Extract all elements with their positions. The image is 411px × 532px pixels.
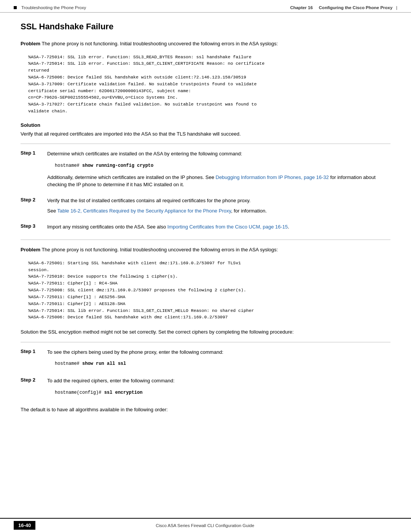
step2a-container: Step 1 To see the ciphers being used by …	[21, 348, 390, 372]
default-order-text: The default is to have all algorithms av…	[21, 406, 390, 414]
step2a-command: hostname# show run all ssl	[47, 359, 390, 369]
step2b-content: To add the required ciphers, enter the f…	[47, 377, 390, 401]
step1-additional-text: Additionally, determine which certificat…	[47, 174, 216, 180]
step3-container: Step 3 Import any missing certificates o…	[21, 223, 390, 234]
code1-pre: %ASA-7-725014: SSL lib error. Function: …	[28, 54, 383, 115]
step1-label: Step 1	[21, 150, 47, 156]
problem2-block: Problem The phone proxy is not functioni…	[21, 246, 390, 323]
step2a-cmd-pre: hostname#	[55, 361, 82, 366]
step2b-container: Step 2 To add the required ciphers, ente…	[21, 377, 390, 401]
step3-link[interactable]: Importing Certificates from the Cisco UC…	[167, 224, 288, 230]
step2-link[interactable]: Table 16-2, Certificates Required by the…	[57, 208, 231, 214]
solution1-label: Solution	[21, 122, 390, 128]
step2-after: , for information.	[231, 208, 267, 214]
step2-label: Step 2	[21, 197, 47, 203]
header-left: Troubleshooting the Phone Proxy	[14, 5, 86, 10]
step2b-text: To add the required ciphers, enter the f…	[47, 377, 390, 385]
step1-command: hostname# show running-config crypto	[47, 161, 390, 171]
step1-container: Step 1 Determine which certificates are …	[21, 150, 390, 192]
problem2-label: Problem	[21, 247, 40, 252]
step2b-cmd-bold: ssl encryption	[104, 390, 143, 395]
code2-pre: %ASA-6-725001: Starting SSL handshake wi…	[28, 260, 383, 321]
problem1-text: Problem The phone proxy is not functioni…	[21, 40, 390, 48]
step1-link1[interactable]: Debugging Information from IP Phones, pa…	[216, 174, 329, 180]
nav-icon	[14, 6, 17, 9]
problem1-body: The phone proxy is not functioning. Init…	[40, 41, 278, 46]
solution2-body: the SSL encryption method might not be s…	[38, 329, 294, 335]
solution2-text: Solution the SSL encryption method might…	[21, 328, 390, 336]
step2a-text: To see the ciphers being used by the pho…	[47, 348, 390, 356]
problem1-label: Problem	[21, 41, 40, 46]
solution2-label: Solution	[21, 329, 38, 335]
step2b-label: Step 2	[21, 377, 47, 383]
step2-container: Step 2 Verify that the list of installed…	[21, 197, 390, 218]
code-block-2: %ASA-6-725001: Starting SSL handshake wi…	[21, 257, 390, 323]
step3-label: Step 3	[21, 223, 47, 229]
step1-content: Determine which certificates are install…	[47, 150, 390, 192]
step3-text: Import any missing certificates onto the…	[47, 223, 390, 231]
step2-text: Verify that the list of installed certif…	[47, 197, 390, 204]
solution1-text: Verify that all required certificates ar…	[21, 130, 390, 138]
step1-cmd-bold: show running-config crypto	[82, 163, 153, 168]
header-title: Configuring the Cisco Phone Proxy	[319, 5, 393, 10]
step1-cmd-pre: hostname#	[55, 163, 82, 168]
step2-content: Verify that the list of installed certif…	[47, 197, 390, 218]
step2a-label: Step 1	[21, 348, 47, 354]
problem2-body: The phone proxy is not functioning. Init…	[40, 247, 278, 252]
step2-see-text: See	[47, 208, 57, 214]
page-title: SSL Handshake Failure	[21, 22, 390, 32]
step2-see: See Table 16-2, Certificates Required by…	[47, 207, 390, 215]
page-footer: 16-40 Cisco ASA Series Firewall CLI Conf…	[0, 518, 411, 532]
header-left-text: Troubleshooting the Phone Proxy	[21, 5, 86, 10]
step2a-cmd-bold: show run all ssl	[82, 361, 126, 366]
header-chapter: Chapter 16	[290, 5, 312, 10]
problem2-text: Problem The phone proxy is not functioni…	[21, 246, 390, 254]
footer-page-number: 16-40	[14, 521, 35, 530]
solution1-block: Solution Verify that all required certif…	[21, 122, 390, 138]
problem1-block: Problem The phone proxy is not functioni…	[21, 40, 390, 117]
divider1	[21, 144, 390, 144]
solution2-block: Solution the SSL encryption method might…	[21, 328, 390, 336]
step2b-command: hostname(config)# ssl encryption	[47, 388, 390, 398]
page-header: Troubleshooting the Phone Proxy Chapter …	[0, 0, 411, 13]
step3-period: .	[288, 224, 289, 230]
footer-center-text: Cisco ASA Series Firewall CLI Configurat…	[35, 523, 374, 528]
step1-text: Determine which certificates are install…	[47, 150, 390, 158]
code-block-1: %ASA-7-725014: SSL lib error. Function: …	[21, 51, 390, 117]
main-content: SSL Handshake Failure Problem The phone …	[0, 13, 411, 518]
divider3	[21, 342, 390, 342]
step3-text-pre: Import any missing certificates onto the…	[47, 224, 167, 230]
step1-additional: Additionally, determine which certificat…	[47, 174, 390, 189]
header-right: Chapter 16 Configuring the Cisco Phone P…	[290, 5, 397, 10]
step2a-content: To see the ciphers being used by the pho…	[47, 348, 390, 372]
step2b-cmd-pre: hostname(config)#	[55, 390, 104, 395]
divider2	[21, 240, 390, 240]
step3-content: Import any missing certificates onto the…	[47, 223, 390, 234]
